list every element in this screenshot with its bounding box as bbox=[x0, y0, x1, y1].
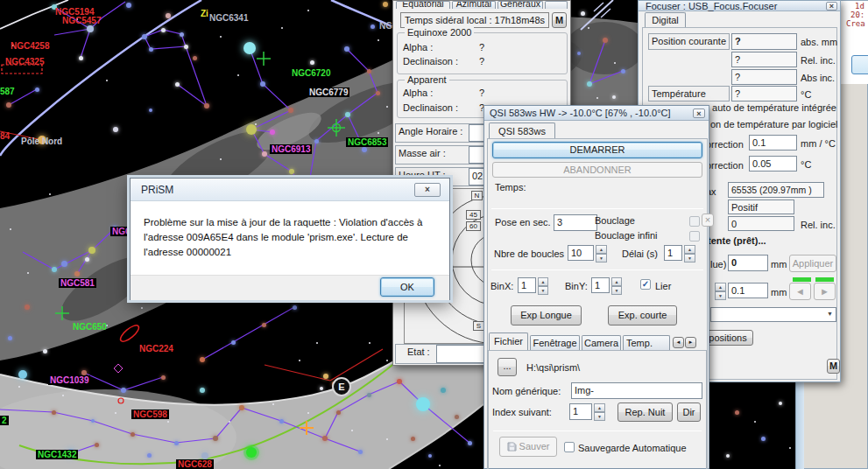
relinc-value: 0 bbox=[728, 216, 794, 231]
temperature-value: ? bbox=[731, 86, 797, 102]
object-label: NGC598 bbox=[131, 410, 169, 419]
step-spinner[interactable]: ▲ ▼ bbox=[715, 283, 726, 299]
tab-stub[interactable] bbox=[545, 1, 568, 9]
goto-field[interactable]: 0 bbox=[728, 255, 768, 271]
object-label: NGC650 bbox=[73, 322, 107, 332]
qsi-titlebar[interactable]: QSI 583ws HW -> -10.0°C [67% , -10.0°C] … bbox=[484, 106, 709, 121]
tab-qsi-hw-label: QSI 583ws HW bbox=[498, 126, 546, 139]
tab-equatorial[interactable]: Equatorial bbox=[396, 1, 450, 9]
index-suivant-field[interactable]: 1 bbox=[569, 403, 592, 420]
spin-down-icon[interactable]: ▼ bbox=[594, 412, 605, 421]
exp-longue-button[interactable]: Exp Longue bbox=[511, 305, 582, 326]
tab-digital[interactable]: Digital bbox=[645, 12, 686, 28]
tab-scroll-left-button[interactable]: ◄ bbox=[673, 337, 684, 348]
step-field[interactable]: 0.1 bbox=[728, 283, 768, 298]
tab-azimutal[interactable]: Azimutal bbox=[452, 1, 496, 9]
console-button-fragment[interactable] bbox=[851, 55, 868, 74]
temperature-unit: °C bbox=[801, 89, 811, 100]
exp-courte-button[interactable]: Exp. courte bbox=[608, 305, 677, 326]
tab-scroll-right-button[interactable]: ► bbox=[685, 337, 696, 348]
rep-nuit-button[interactable]: Rep. Nuit bbox=[617, 402, 673, 422]
tab-camera[interactable]: Camera bbox=[582, 335, 621, 350]
object-label: NGC6341 bbox=[209, 13, 248, 23]
object-label: NG bbox=[379, 21, 392, 31]
tab-equatorial-label: Equatorial bbox=[402, 1, 443, 9]
positions-dropdown[interactable]: ▼ bbox=[710, 307, 836, 322]
biny-field[interactable]: 1 bbox=[591, 277, 610, 293]
position-rel-value: ? bbox=[731, 52, 797, 67]
bouclage-label: Bouclage bbox=[595, 215, 635, 226]
spin-up-icon[interactable]: ▲ bbox=[684, 245, 695, 254]
chevron-down-icon[interactable]: ▼ bbox=[827, 311, 833, 317]
pose-field[interactable]: 3 bbox=[554, 214, 597, 231]
tab-temp-ccd[interactable]: Temp. CCI bbox=[623, 335, 670, 350]
demarrer-button[interactable]: DEMARRER bbox=[492, 142, 702, 158]
spin-up-icon[interactable]: ▲ bbox=[594, 403, 605, 412]
biny-spinner[interactable]: ▲ ▼ bbox=[611, 277, 622, 293]
bouclage-infini-label: Bouclage infini bbox=[595, 230, 658, 241]
tab-temp-ccd-label: Temp. CCI bbox=[626, 338, 653, 350]
index-suivant-spinner[interactable]: ▲ ▼ bbox=[594, 403, 605, 420]
spin-up-icon[interactable]: ▲ bbox=[715, 283, 726, 291]
green-indicator-right bbox=[815, 277, 834, 282]
bouclage-checkbox[interactable] bbox=[689, 216, 700, 227]
spin-up-icon[interactable]: ▲ bbox=[611, 277, 622, 286]
object-label: Zi bbox=[201, 9, 208, 18]
spin-up-icon[interactable]: ▲ bbox=[538, 277, 548, 286]
save-icon bbox=[507, 442, 517, 452]
tab-fenetrage[interactable]: Fenêtrage bbox=[530, 335, 580, 350]
tab-qsi-hw[interactable]: QSI 583ws HW bbox=[489, 122, 555, 139]
object-label: NGC4325 bbox=[5, 57, 44, 66]
close-icon[interactable]: × bbox=[693, 108, 705, 118]
spin-down-icon[interactable]: ▼ bbox=[596, 254, 607, 262]
index-suivant-label: Index suivant: bbox=[492, 407, 552, 417]
object-label: NGC6720 bbox=[290, 68, 332, 78]
sauvegarde-auto-checkbox[interactable] bbox=[564, 442, 575, 452]
object-label: 587 bbox=[0, 87, 15, 96]
object-label: NGC6913 bbox=[270, 144, 312, 154]
binx-spinner[interactable]: ▲ ▼ bbox=[538, 277, 548, 293]
delai-field[interactable]: 1 bbox=[664, 245, 682, 261]
close-icon[interactable]: × bbox=[414, 183, 441, 197]
spin-down-icon[interactable]: ▼ bbox=[684, 254, 695, 262]
nbre-boucles-field[interactable]: 10 bbox=[568, 245, 594, 261]
spin-down-icon[interactable]: ▼ bbox=[611, 286, 622, 295]
bouclage-infini-checkbox[interactable] bbox=[689, 231, 700, 242]
lier-checkbox[interactable]: ✓ bbox=[640, 279, 651, 290]
tab-generaux-label: Généraux bbox=[500, 1, 540, 9]
focuser-status-text: tente (prêt)... bbox=[708, 235, 766, 246]
browse-button[interactable]: ... bbox=[498, 358, 517, 376]
correction-1-field[interactable]: 0.1 bbox=[749, 135, 797, 150]
delai-spinner[interactable]: ▲ ▼ bbox=[684, 245, 695, 261]
close-icon[interactable]: × bbox=[826, 2, 837, 10]
sauver-button[interactable]: Sauver bbox=[499, 437, 557, 457]
spin-down-icon[interactable]: ▼ bbox=[538, 286, 548, 295]
positions-button[interactable]: positions bbox=[702, 330, 753, 346]
spin-down-icon[interactable]: ▼ bbox=[715, 291, 726, 300]
focuser-titlebar[interactable]: Focuser : USB_Focus.Focuser × bbox=[639, 1, 840, 11]
abandonner-button[interactable]: ABANDONNER bbox=[492, 162, 702, 178]
goto-unit: mm bbox=[771, 259, 787, 270]
focuser-m-button[interactable]: M bbox=[827, 359, 840, 374]
tab-generaux[interactable]: Généraux bbox=[498, 1, 543, 9]
m-button[interactable]: M bbox=[552, 12, 567, 28]
nom-generique-field[interactable]: Img- bbox=[571, 382, 702, 399]
binx-field[interactable]: 1 bbox=[518, 277, 536, 293]
etat-field[interactable] bbox=[436, 345, 490, 363]
spin-up-icon[interactable]: ▲ bbox=[596, 245, 607, 254]
correction-2-field[interactable]: 0.05 bbox=[749, 156, 797, 172]
alpha-label: Alpha : bbox=[403, 42, 433, 52]
ok-button[interactable]: OK bbox=[380, 277, 434, 297]
error-dialog-message: Problème sur la mise à jour de la raquet… bbox=[144, 215, 438, 260]
move-in-button[interactable]: ◄ bbox=[789, 283, 811, 300]
nbre-boucles-spinner[interactable]: ▲ ▼ bbox=[596, 245, 607, 261]
object-label: NGC1039 bbox=[48, 375, 90, 385]
move-out-button[interactable]: ► bbox=[814, 283, 836, 300]
tab-fichier[interactable]: Fichier bbox=[489, 332, 528, 350]
appliquer-button[interactable]: Appliquer bbox=[789, 255, 836, 272]
dir-button[interactable]: Dir bbox=[677, 402, 701, 422]
object-label: NGC4258 bbox=[11, 41, 49, 51]
stop-loop-button[interactable]: × bbox=[702, 214, 714, 227]
error-dialog-titlebar[interactable]: PRiSM × bbox=[131, 178, 449, 201]
alpha-value: ? bbox=[479, 88, 484, 98]
